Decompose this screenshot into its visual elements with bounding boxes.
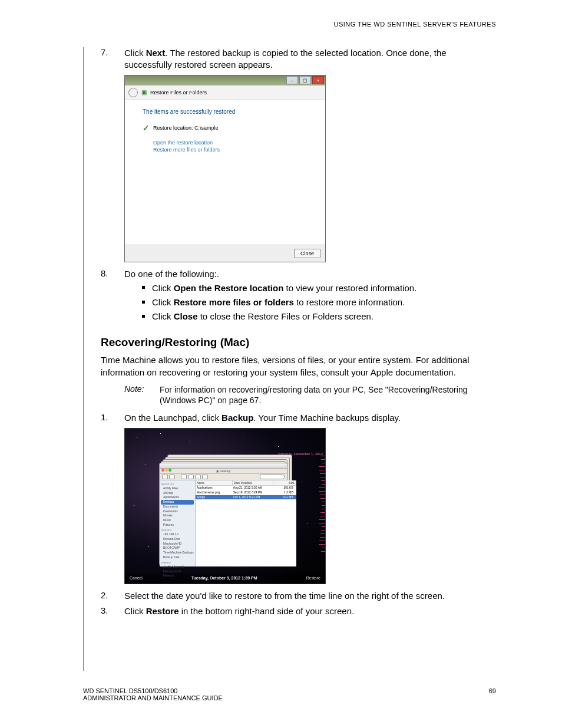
t: 301 KB bbox=[272, 486, 295, 490]
breadcrumb: ▣ Restore Files or Folders bbox=[125, 85, 325, 100]
footer-guide: ADMINISTRATOR AND MAINTENANCE GUIDE bbox=[83, 694, 223, 701]
col-size[interactable]: Size bbox=[273, 480, 296, 486]
maximize-button[interactable]: ▢ bbox=[299, 76, 311, 84]
sidebar-item[interactable]: Applications bbox=[161, 495, 194, 500]
t-bold: Open the Restore location bbox=[174, 283, 284, 293]
breadcrumb-text: Restore Files or Folders bbox=[150, 90, 207, 95]
max-dot-icon bbox=[168, 469, 171, 472]
snapshot-date: Tuesday, October 9, 2012 1:39 PM bbox=[191, 576, 257, 580]
finder-sidebar[interactable]: FAVORITES All My Files AirDrop Applicati… bbox=[160, 480, 196, 566]
finder-path: ▣ Desktop bbox=[160, 469, 287, 474]
sidebar-header: FAVORITES bbox=[161, 483, 194, 486]
time-machine-bar: Cancel Tuesday, October 9, 2012 1:39 PM … bbox=[125, 573, 325, 584]
t-bold: Restore more files or folders bbox=[174, 297, 294, 307]
sidebar-item[interactable]: Remote Disc bbox=[161, 537, 194, 542]
t: On the Launchpad, click bbox=[124, 413, 222, 423]
sidebar-item-selected[interactable]: Desktop bbox=[161, 500, 194, 505]
search-input[interactable] bbox=[260, 475, 285, 479]
col-name[interactable]: Name bbox=[196, 480, 233, 486]
sidebar-item[interactable]: Macintosh HD bbox=[161, 542, 194, 546]
step-7-text: Click Next. The restored backup is copie… bbox=[124, 47, 496, 71]
t: . Your Time Machine backups display. bbox=[253, 413, 401, 423]
sidebar-item[interactable]: 192.168.1.x bbox=[161, 532, 194, 537]
back-icon[interactable] bbox=[128, 88, 138, 97]
t: Desktop bbox=[220, 469, 230, 473]
sidebar-item[interactable]: Backup Disk bbox=[161, 555, 194, 560]
bullet-icon bbox=[142, 315, 145, 318]
dialog-heading: The items are successfully restored bbox=[143, 108, 325, 115]
view-button[interactable] bbox=[181, 475, 187, 479]
sidebar-item[interactable]: Documents bbox=[161, 505, 194, 509]
minimize-button[interactable]: – bbox=[286, 76, 298, 84]
t: Oct 1, 2012 9:21 AM bbox=[232, 495, 272, 499]
t: Songs bbox=[196, 495, 232, 499]
sidebar-item[interactable]: Macintosh HD bbox=[161, 569, 194, 574]
section-paragraph: Time Machine allows you to restore files… bbox=[101, 354, 496, 378]
note-label: Note: bbox=[124, 384, 160, 407]
t-bold: Backup bbox=[222, 413, 253, 423]
table-row[interactable]: MacCameras.pngSep 19, 2012 3:24 PM1.3 MB bbox=[196, 490, 296, 495]
list-item: Click Restore more files or folders to r… bbox=[142, 297, 496, 308]
cancel-button[interactable]: Cancel bbox=[130, 576, 143, 580]
sidebar-item[interactable]: Movies bbox=[161, 513, 194, 518]
sidebar-item[interactable]: Network bbox=[161, 574, 194, 578]
sidebar-item[interactable]: Downloads bbox=[161, 509, 194, 514]
mac-step-3-text: Click Restore in the bottom right-hand s… bbox=[124, 605, 496, 617]
t: Click bbox=[152, 297, 174, 307]
close-button[interactable]: × bbox=[312, 76, 324, 84]
t-bold: Close bbox=[174, 311, 198, 321]
sidebar-item[interactable]: AirDrop bbox=[161, 491, 194, 496]
col-date[interactable]: Date Modified bbox=[233, 480, 273, 486]
dialog-close-button[interactable]: Close bbox=[294, 249, 320, 258]
t: 1.3 MB bbox=[272, 490, 295, 495]
note-text: For information on recovering/restoring … bbox=[160, 384, 496, 407]
open-location-link[interactable]: Open the restore location bbox=[153, 140, 325, 146]
t-bold: Next bbox=[146, 48, 166, 58]
section-heading: Recovering/Restoring (Mac) bbox=[101, 336, 496, 349]
page-number: 69 bbox=[489, 687, 496, 701]
view-button[interactable] bbox=[188, 475, 194, 479]
list-item: Click Open the Restore location to view … bbox=[142, 282, 496, 294]
nav-back-button[interactable] bbox=[162, 475, 168, 479]
t: Click bbox=[152, 311, 174, 321]
sidebar-item[interactable]: Josh's Mac mini bbox=[161, 565, 194, 569]
t: to restore more information. bbox=[294, 297, 405, 307]
finder-titlebar bbox=[160, 463, 287, 469]
win-titlebar: – ▢ × bbox=[125, 75, 325, 85]
sidebar-header: SHARED bbox=[161, 561, 194, 564]
t: Aug 21, 2012 5:50 AM bbox=[232, 486, 272, 490]
step-number-7: 7. bbox=[83, 47, 124, 71]
min-dot-icon bbox=[165, 469, 168, 472]
file-list[interactable]: Name Date Modified Size ApplicationsAug … bbox=[196, 480, 296, 566]
t: 13.1 MB bbox=[272, 495, 295, 499]
page-header: USING THE WD SENTINEL SERVER'S FEATURES bbox=[334, 21, 496, 28]
restore-dialog-screenshot: – ▢ × ▣ Restore Files or Folders The ite… bbox=[124, 75, 326, 262]
mac-step-1-text: On the Launchpad, click Backup. Your Tim… bbox=[124, 412, 496, 424]
table-row[interactable]: ApplicationsAug 21, 2012 5:50 AM301 KB bbox=[196, 486, 296, 490]
time-machine-screenshot: Saturday, December 1, 2012 ▣ Desktop bbox=[124, 428, 326, 584]
t: Sep 19, 2012 3:24 PM bbox=[232, 490, 272, 495]
table-row-selected[interactable]: SongsOct 1, 2012 9:21 AM13.1 MB bbox=[196, 495, 296, 500]
t: Click bbox=[124, 606, 146, 616]
finder-window[interactable]: ▣ Desktop FAVORITES All My Files AirDrop bbox=[159, 463, 287, 565]
restore-button[interactable]: Restore bbox=[306, 576, 320, 580]
sidebar-item[interactable]: Time Machine Backups bbox=[161, 551, 194, 555]
view-button[interactable] bbox=[195, 475, 201, 479]
view-button[interactable] bbox=[202, 475, 208, 479]
nav-fwd-button[interactable] bbox=[169, 475, 175, 479]
mac-step-2-num: 2. bbox=[83, 590, 124, 602]
step-8-text: Do one of the following:. bbox=[124, 269, 219, 279]
restore-location-text: Restore location: C:\sample bbox=[153, 125, 219, 131]
sidebar-item[interactable]: BOOTCAMP bbox=[161, 546, 194, 551]
sidebar-item[interactable]: Pictures bbox=[161, 523, 194, 528]
t: . The restored backup is copied to the s… bbox=[124, 48, 447, 70]
restore-more-link[interactable]: Restore more files or folders bbox=[153, 147, 325, 153]
mac-step-3-num: 3. bbox=[83, 605, 124, 617]
t: in the bottom right-hand side of your sc… bbox=[179, 606, 355, 616]
sidebar-item[interactable]: All My Files bbox=[161, 486, 194, 491]
sidebar-item[interactable]: Music bbox=[161, 518, 194, 523]
timeline[interactable]: Saturday, December 1, 2012 bbox=[313, 429, 325, 566]
close-dot-icon bbox=[161, 469, 164, 472]
page-footer: WD SENTINEL DS5100/DS6100 ADMINISTRATOR … bbox=[83, 687, 496, 701]
bullet-icon bbox=[142, 286, 145, 289]
